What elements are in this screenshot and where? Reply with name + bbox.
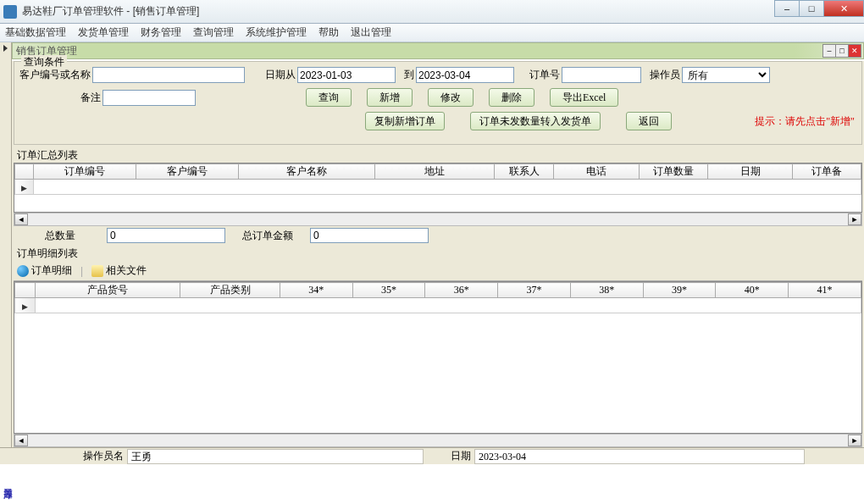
status-date-value: 2023-03-04 [474,449,805,464]
scroll-right-icon[interactable]: ► [848,435,861,446]
remark-label: 备注 [19,91,101,105]
col-header[interactable]: 38* [570,283,643,298]
summary-scrollbar[interactable]: ◄ ► [14,213,862,226]
back-button[interactable]: 返回 [626,112,672,130]
menu-shipment[interactable]: 发货单管理 [78,25,129,40]
child-minimize-button[interactable]: – [822,44,836,58]
app-icon [3,5,17,19]
child-maximize-button[interactable]: □ [835,44,849,58]
globe-icon [17,265,29,277]
scroll-right-icon[interactable]: ► [848,213,861,225]
total-qty-value: 0 [107,228,225,243]
total-amt-value: 0 [310,228,429,243]
total-qty-label: 总数量 [14,229,107,243]
detail-tabs: 订单明细 | 相关文件 [14,261,862,281]
col-header[interactable]: 地址 [374,164,494,180]
menu-basic-data[interactable]: 基础数据管理 [5,25,66,40]
search-button[interactable]: 查询 [306,88,352,107]
menu-query[interactable]: 查询管理 [193,25,234,40]
col-header[interactable]: 联系人 [494,164,553,180]
date-from-input[interactable] [297,67,396,83]
col-header[interactable]: 日期 [707,164,793,180]
order-no-input[interactable] [562,67,641,83]
col-header[interactable]: 客户名称 [238,164,374,180]
col-header[interactable]: 客户编号 [136,164,238,180]
window-controls [775,0,864,17]
row-indicator [15,180,34,195]
totals-row: 总数量 0 总订单金额 0 [14,226,862,245]
tab-files[interactable]: 相关文件 [91,263,147,278]
menu-system[interactable]: 系统维护管理 [246,25,307,40]
transfer-button[interactable]: 订单未发数量转入发货单 [470,112,601,130]
col-header[interactable]: 订单数量 [640,164,708,180]
date-from-label: 日期从 [265,68,296,82]
col-header[interactable]: 36* [425,283,498,298]
child-window-header: 销售订单管理 – □ ✕ [12,42,864,59]
status-date-label: 日期 [447,450,474,462]
total-amt-label: 总订单金额 [225,229,310,243]
status-bar: 操作员名 王勇 日期 2023-03-04 [0,447,864,464]
summary-table-wrap: 订单编号客户编号客户名称地址联系人电话订单数量日期订单备 [14,163,862,213]
menu-help[interactable]: 帮助 [318,25,339,40]
scroll-left-icon[interactable]: ◄ [14,435,28,446]
child-window-handle[interactable] [0,42,12,447]
export-button[interactable]: 导出Excel [550,88,618,107]
col-header[interactable]: 41* [789,283,861,298]
col-header[interactable]: 39* [643,283,716,298]
detail-scrollbar[interactable]: ◄ ► [14,434,862,447]
window-title: 易达鞋厂订单管理软件 - [销售订单管理] [22,4,199,19]
summary-title: 订单汇总列表 [14,147,862,163]
operator-label: 操作员 [650,68,680,82]
query-legend: 查询条件 [21,55,67,69]
order-no-label: 订单号 [529,68,560,82]
modify-button[interactable]: 修改 [428,88,474,107]
customer-input[interactable] [92,67,245,83]
date-to-input[interactable] [416,67,514,83]
delete-button[interactable]: 删除 [489,88,534,107]
remark-input[interactable] [102,90,196,106]
close-button[interactable] [823,0,864,17]
col-header[interactable]: 34* [280,283,352,298]
table-row [15,298,861,313]
operator-select[interactable]: 所有 [682,67,770,83]
minimize-button[interactable] [774,0,800,17]
col-header[interactable]: 35* [352,283,425,298]
child-close-button[interactable]: ✕ [848,44,861,58]
date-to-label: 到 [404,68,414,82]
maximize-button[interactable] [799,0,824,17]
detail-table-wrap: 产品货号产品类别34*35*36*37*38*39*40*41* [14,281,862,434]
query-groupbox: 查询条件 客户编号或名称 日期从 到 订单号 操作员 所有 备注 [14,61,862,145]
menu-finance[interactable]: 财务管理 [141,25,181,40]
detail-table[interactable]: 产品货号产品类别34*35*36*37*38*39*40*41* [14,282,861,313]
scroll-left-icon[interactable]: ◄ [14,213,28,225]
title-bar: 易达鞋厂订单管理软件 - [销售订单管理] [0,0,864,24]
hint-text: 提示：请先点击"新增" [755,114,855,129]
status-operator-value: 王勇 [127,449,424,464]
col-header[interactable]: 订单编号 [34,164,136,180]
folder-icon [91,265,103,277]
tab-detail[interactable]: 订单明细 [17,263,72,278]
col-header[interactable]: 40* [716,283,789,298]
col-header[interactable]: 产品类别 [180,283,280,298]
copy-add-button[interactable]: 复制新增订单 [365,112,445,130]
status-operator-label: 操作员名 [80,450,127,462]
customer-label: 客户编号或名称 [19,68,91,82]
col-header[interactable]: 电话 [554,164,640,180]
detail-title: 订单明细列表 [14,245,862,261]
col-header[interactable]: 37* [498,283,571,298]
table-row [15,180,861,195]
menu-bar: 基础数据管理 发货单管理 财务管理 查询管理 系统维护管理 帮助 退出管理 [0,24,864,42]
menu-exit[interactable]: 退出管理 [351,25,391,40]
col-header[interactable]: 产品货号 [35,283,180,298]
col-header[interactable]: 订单备 [793,164,861,180]
add-button[interactable]: 新增 [367,88,413,107]
row-indicator [15,298,36,313]
summary-table[interactable]: 订单编号客户编号客户名称地址联系人电话订单数量日期订单备 [14,163,861,195]
